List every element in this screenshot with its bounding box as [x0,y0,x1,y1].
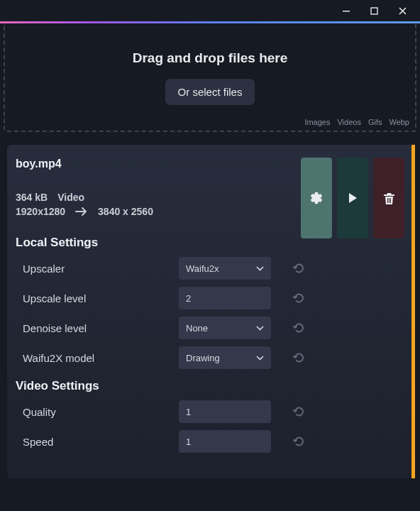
select-value: Waifu2x [186,263,219,274]
svg-rect-1 [371,8,377,14]
setting-row-upscale-level: Upscale level 2 [16,287,404,309]
setting-label: Quality [16,406,179,418]
file-area: boy.mp4 364 kBVideo 1920x1280 3840 x 256… [7,145,413,478]
close-button[interactable] [398,6,407,16]
select-value: None [186,323,208,334]
setting-row-quality: Quality 1 [16,400,404,423]
speed-input[interactable]: 1 [179,430,271,453]
video-settings-heading: Video Settings [16,379,404,393]
delete-button[interactable] [373,158,404,238]
file-type-item: Videos [337,118,360,126]
input-value: 1 [186,407,191,417]
reset-button[interactable] [289,402,308,421]
setting-label: Denoise level [16,322,179,334]
titlebar [0,0,420,21]
play-icon [346,192,359,204]
settings-button[interactable] [301,158,332,238]
dropzone[interactable]: Drag and drop files here Or select files… [4,23,416,132]
minimize-button[interactable] [342,6,350,15]
chevron-down-icon [256,356,264,361]
reset-button[interactable] [289,289,308,307]
undo-icon [292,351,305,364]
setting-label: Upscaler [16,263,179,275]
upscaler-select[interactable]: Waifu2x [179,257,271,280]
waifu2x-model-select[interactable]: Drawing [179,346,271,369]
setting-row-denoise-level: Denoise level None [16,317,404,339]
quality-input[interactable]: 1 [179,400,271,423]
gear-icon [309,191,324,205]
undo-icon [292,405,305,418]
arrow-right-icon [75,207,88,216]
setting-row-upscaler: Upscaler Waifu2x [16,257,404,280]
input-value: 1 [186,436,191,447]
target-dimensions: 3840 x 2560 [98,206,153,217]
select-files-button[interactable]: Or select files [165,79,255,105]
undo-icon [292,292,305,304]
file-size: 364 kB [16,192,48,203]
setting-row-waifu2x-model: Waifu2X model Drawing [16,346,404,369]
undo-icon [292,322,305,334]
dropzone-title: Drag and drop files here [5,50,415,66]
upscale-level-input[interactable]: 2 [179,287,271,309]
select-value: Drawing [186,353,220,363]
scrollbar[interactable] [411,145,415,478]
trash-icon [383,192,395,205]
file-type-item: Gifs [368,118,382,126]
action-buttons [301,158,404,238]
play-button[interactable] [337,158,368,238]
maximize-button[interactable] [370,7,378,15]
denoise-level-select[interactable]: None [179,317,271,339]
setting-row-speed: Speed 1 [16,430,404,453]
setting-label: Waifu2X model [16,352,179,364]
file-kind: Video [57,192,84,203]
chevron-down-icon [256,326,264,331]
reset-button[interactable] [289,348,308,367]
setting-label: Upscale level [16,292,179,304]
file-type-item: Webp [389,118,409,126]
reset-button[interactable] [289,259,308,278]
reset-button[interactable] [289,319,308,337]
file-type-item: Images [304,118,330,126]
file-card: boy.mp4 364 kBVideo 1920x1280 3840 x 256… [7,145,413,478]
file-types-row: Images Videos Gifs Webp [5,105,415,126]
input-value: 2 [186,293,191,304]
reset-button[interactable] [289,432,308,451]
svg-rect-0 [343,11,350,12]
source-dimensions: 1920x1280 [16,206,65,217]
chevron-down-icon [256,266,264,271]
undo-icon [292,435,305,448]
undo-icon [292,262,305,275]
setting-label: Speed [16,436,179,448]
